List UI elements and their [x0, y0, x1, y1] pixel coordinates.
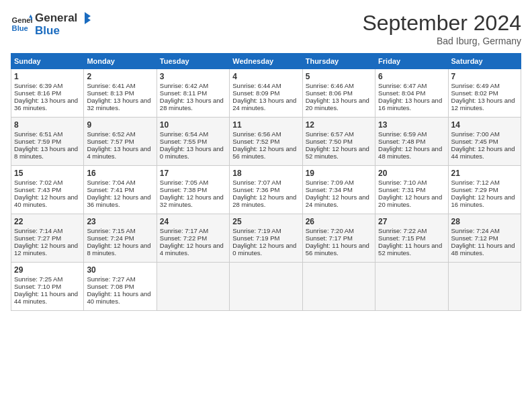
- sunrise: Sunrise: 6:39 AM: [14, 82, 62, 89]
- col-sunday: Sunday: [11, 54, 84, 69]
- day-number: 8: [14, 120, 81, 130]
- sunset: Sunset: 7:45 PM: [451, 138, 498, 145]
- col-saturday: Saturday: [448, 54, 521, 69]
- sunrise: Sunrise: 7:20 AM: [306, 227, 354, 234]
- calendar-cell: 25Sunrise: 7:19 AMSunset: 7:19 PMDayligh…: [230, 214, 302, 263]
- calendar-cell: 9Sunrise: 6:52 AMSunset: 7:57 PMDaylight…: [84, 118, 157, 166]
- calendar-cell: 4Sunrise: 6:44 AMSunset: 8:09 PMDaylight…: [230, 69, 302, 118]
- sunset: Sunset: 7:57 PM: [87, 138, 134, 145]
- calendar-cell: 26Sunrise: 7:20 AMSunset: 7:17 PMDayligh…: [302, 214, 375, 263]
- day-number: 20: [378, 169, 445, 178]
- daylight: Daylight: 11 hours and 48 minutes.: [451, 242, 515, 257]
- col-tuesday: Tuesday: [157, 54, 229, 69]
- daylight: Daylight: 12 hours and 12 minutes.: [14, 242, 78, 257]
- day-number: 27: [378, 217, 445, 226]
- day-number: 24: [160, 217, 226, 226]
- col-friday: Friday: [375, 54, 448, 69]
- daylight: Daylight: 12 hours and 44 minutes.: [451, 145, 515, 160]
- sunset: Sunset: 8:06 PM: [306, 89, 353, 97]
- calendar-cell: 12Sunrise: 6:57 AMSunset: 7:50 PMDayligh…: [302, 118, 375, 166]
- day-number: 25: [232, 217, 299, 226]
- sunset: Sunset: 8:11 PM: [160, 89, 207, 97]
- sunrise: Sunrise: 6:49 AM: [451, 82, 500, 89]
- calendar-cell: 1Sunrise: 6:39 AMSunset: 8:16 PMDaylight…: [11, 69, 84, 118]
- col-wednesday: Wednesday: [230, 54, 302, 69]
- day-number: 15: [14, 169, 81, 178]
- logo-icon: General Blue: [11, 13, 32, 35]
- day-number: 7: [451, 72, 518, 81]
- sunset: Sunset: 8:16 PM: [14, 89, 61, 97]
- sunrise: Sunrise: 7:14 AM: [14, 227, 62, 234]
- sunset: Sunset: 7:12 PM: [451, 234, 498, 242]
- daylight: Daylight: 13 hours and 16 minutes.: [378, 97, 442, 111]
- sunset: Sunset: 7:15 PM: [378, 234, 425, 242]
- calendar-page: General Blue General Blue September 2024…: [0, 0, 532, 411]
- sunrise: Sunrise: 7:27 AM: [87, 275, 135, 283]
- sunset: Sunset: 7:17 PM: [306, 234, 353, 242]
- calendar-cell: [157, 263, 229, 311]
- sunset: Sunset: 7:55 PM: [160, 138, 207, 145]
- sunrise: Sunrise: 7:17 AM: [160, 227, 208, 234]
- day-number: 21: [451, 169, 518, 178]
- sunrise: Sunrise: 7:07 AM: [232, 179, 281, 186]
- logo: General Blue General Blue: [11, 11, 92, 38]
- daylight: Daylight: 12 hours and 28 minutes.: [232, 193, 296, 208]
- sunrise: Sunrise: 7:04 AM: [87, 179, 135, 186]
- calendar-cell: 7Sunrise: 6:49 AMSunset: 8:02 PMDaylight…: [448, 69, 521, 118]
- calendar-cell: 10Sunrise: 6:54 AMSunset: 7:55 PMDayligh…: [157, 118, 229, 166]
- daylight: Daylight: 11 hours and 52 minutes.: [378, 242, 442, 257]
- day-number: 17: [160, 169, 226, 178]
- sunset: Sunset: 7:48 PM: [378, 138, 425, 145]
- calendar-cell: 28Sunrise: 7:24 AMSunset: 7:12 PMDayligh…: [448, 214, 521, 263]
- sunset: Sunset: 8:13 PM: [87, 89, 134, 97]
- day-number: 26: [306, 217, 372, 226]
- day-number: 13: [378, 120, 445, 130]
- sunrise: Sunrise: 7:15 AM: [87, 227, 135, 234]
- location: Bad Iburg, Germany: [362, 36, 521, 46]
- sunset: Sunset: 7:08 PM: [87, 283, 134, 290]
- calendar-cell: 3Sunrise: 6:42 AMSunset: 8:11 PMDaylight…: [157, 69, 229, 118]
- day-number: 3: [160, 72, 226, 81]
- sunset: Sunset: 7:31 PM: [378, 186, 425, 193]
- sunset: Sunset: 7:19 PM: [232, 234, 279, 242]
- calendar-cell: [375, 263, 448, 311]
- sunset: Sunset: 7:24 PM: [87, 234, 134, 242]
- calendar-week-row: 22Sunrise: 7:14 AMSunset: 7:27 PMDayligh…: [11, 214, 521, 263]
- calendar-cell: 8Sunrise: 6:51 AMSunset: 7:59 PMDaylight…: [11, 118, 84, 166]
- daylight: Daylight: 12 hours and 56 minutes.: [232, 145, 296, 160]
- calendar-cell: 2Sunrise: 6:41 AMSunset: 8:13 PMDaylight…: [84, 69, 157, 118]
- daylight: Daylight: 12 hours and 52 minutes.: [306, 145, 369, 160]
- logo-general: General: [35, 11, 77, 25]
- sunset: Sunset: 7:34 PM: [306, 186, 353, 193]
- day-number: 6: [378, 72, 445, 81]
- calendar-week-row: 8Sunrise: 6:51 AMSunset: 7:59 PMDaylight…: [11, 118, 521, 166]
- calendar-cell: 19Sunrise: 7:09 AMSunset: 7:34 PMDayligh…: [302, 166, 375, 214]
- daylight: Daylight: 13 hours and 24 minutes.: [232, 97, 296, 111]
- sunrise: Sunrise: 6:41 AM: [87, 82, 135, 89]
- calendar-cell: 6Sunrise: 6:47 AMSunset: 8:04 PMDaylight…: [375, 69, 448, 118]
- sunset: Sunset: 7:52 PM: [232, 138, 279, 145]
- calendar-cell: [448, 263, 521, 311]
- sunrise: Sunrise: 6:44 AM: [232, 82, 281, 89]
- sunset: Sunset: 7:41 PM: [87, 186, 134, 193]
- day-number: 1: [14, 72, 81, 81]
- calendar-cell: 11Sunrise: 6:56 AMSunset: 7:52 PMDayligh…: [230, 118, 302, 166]
- daylight: Daylight: 12 hours and 8 minutes.: [87, 242, 150, 257]
- day-number: 11: [232, 120, 299, 130]
- daylight: Daylight: 12 hours and 48 minutes.: [378, 145, 442, 160]
- logo-blue: Blue: [35, 24, 92, 38]
- calendar-cell: 22Sunrise: 7:14 AMSunset: 7:27 PMDayligh…: [11, 214, 84, 263]
- sunrise: Sunrise: 7:00 AM: [451, 130, 500, 138]
- calendar-cell: 24Sunrise: 7:17 AMSunset: 7:22 PMDayligh…: [157, 214, 229, 263]
- daylight: Daylight: 13 hours and 28 minutes.: [160, 97, 224, 111]
- header: General Blue General Blue September 2024…: [11, 11, 521, 46]
- day-number: 10: [160, 120, 226, 130]
- calendar-cell: 16Sunrise: 7:04 AMSunset: 7:41 PMDayligh…: [84, 166, 157, 214]
- logo-flag: [79, 11, 91, 26]
- calendar-cell: 21Sunrise: 7:12 AMSunset: 7:29 PMDayligh…: [448, 166, 521, 214]
- day-number: 29: [14, 265, 81, 275]
- month-title: September 2024: [362, 11, 521, 36]
- sunset: Sunset: 7:10 PM: [14, 283, 61, 290]
- sunset: Sunset: 8:04 PM: [378, 89, 425, 97]
- calendar-week-row: 29Sunrise: 7:25 AMSunset: 7:10 PMDayligh…: [11, 263, 521, 311]
